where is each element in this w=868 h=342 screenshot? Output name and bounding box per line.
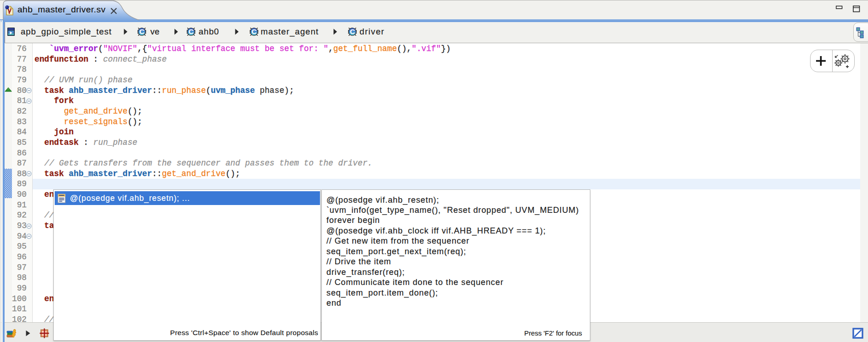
svg-text:C: C — [251, 28, 257, 35]
svg-text:C: C — [188, 28, 194, 35]
svg-text:C: C — [139, 28, 144, 35]
svg-text:C: C — [350, 28, 355, 35]
